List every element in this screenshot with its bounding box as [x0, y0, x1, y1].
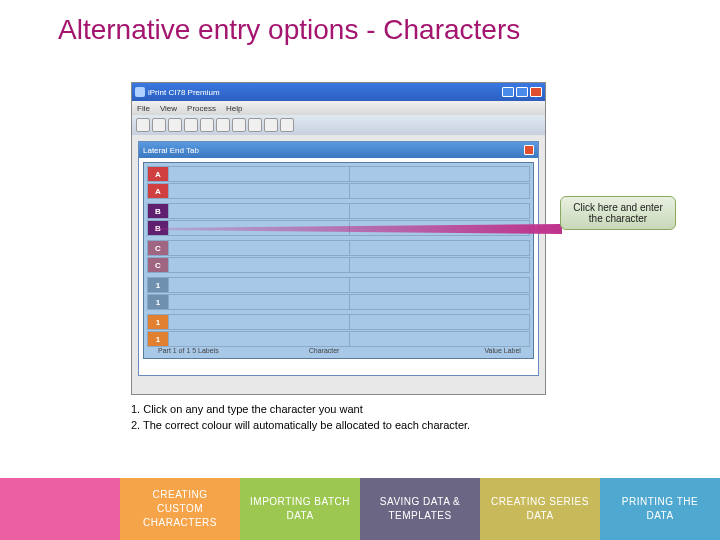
- value-cell[interactable]: [350, 315, 530, 329]
- footer-left: Part 1 of 1 5 Labels: [158, 347, 219, 354]
- character-cell[interactable]: [169, 204, 349, 218]
- instruction-item: 2. The correct colour will automatically…: [131, 418, 470, 434]
- toolbar-button[interactable]: [168, 118, 182, 132]
- callout-tooltip: Click here and enter the character: [560, 196, 676, 230]
- toolbar-button[interactable]: [184, 118, 198, 132]
- character-cell[interactable]: [169, 241, 349, 255]
- row-tab[interactable]: 1: [148, 278, 169, 292]
- footer-mid: Character: [309, 347, 340, 354]
- instruction-list: 1. Click on any and type the character y…: [131, 402, 470, 434]
- row-tab[interactable]: 1: [148, 315, 169, 329]
- table-row: 1 1: [147, 314, 530, 348]
- toolbar-button[interactable]: [152, 118, 166, 132]
- value-cell[interactable]: [350, 278, 530, 292]
- toolbar-button[interactable]: [232, 118, 246, 132]
- toolbar-button[interactable]: [200, 118, 214, 132]
- panel-close-icon[interactable]: [524, 145, 534, 155]
- window-titlebar: iPrint CI78 Premium: [132, 83, 545, 101]
- value-cell[interactable]: [350, 167, 530, 181]
- row-tab[interactable]: C: [148, 241, 169, 255]
- value-cell[interactable]: [350, 295, 530, 309]
- character-cell[interactable]: [169, 258, 349, 272]
- character-cell[interactable]: [169, 295, 349, 309]
- menu-view[interactable]: View: [160, 104, 177, 113]
- close-icon[interactable]: [530, 87, 542, 97]
- menu-help[interactable]: Help: [226, 104, 242, 113]
- nav-accent: [0, 478, 120, 540]
- character-cell[interactable]: [169, 315, 349, 329]
- instruction-item: 1. Click on any and type the character y…: [131, 402, 470, 418]
- window-title: iPrint CI78 Premium: [148, 88, 499, 97]
- character-cell[interactable]: [169, 167, 349, 181]
- toolbar-button[interactable]: [264, 118, 278, 132]
- menu-process[interactable]: Process: [187, 104, 216, 113]
- page-title: Alternative entry options - Characters: [0, 0, 720, 46]
- row-tab[interactable]: A: [148, 184, 169, 198]
- toolbar-button[interactable]: [216, 118, 230, 132]
- maximize-icon[interactable]: [516, 87, 528, 97]
- character-cell[interactable]: [169, 184, 349, 198]
- nav-creating-characters[interactable]: CREATING CUSTOM CHARACTERS: [120, 478, 240, 540]
- minimize-icon[interactable]: [502, 87, 514, 97]
- row-tab[interactable]: A: [148, 167, 169, 181]
- panel-title: Lateral End Tab: [143, 146, 199, 155]
- callout-pointer: [154, 224, 562, 234]
- toolbar-button[interactable]: [136, 118, 150, 132]
- toolbar: [132, 115, 545, 135]
- app-screenshot: iPrint CI78 Premium File View Process He…: [131, 82, 546, 395]
- nav-creating-series[interactable]: CREATING SERIES DATA: [480, 478, 600, 540]
- menu-bar: File View Process Help: [132, 101, 545, 115]
- table-row: C C: [147, 240, 530, 274]
- value-cell[interactable]: [350, 184, 530, 198]
- table-row: A A: [147, 166, 530, 200]
- character-cell[interactable]: [169, 278, 349, 292]
- value-cell[interactable]: [350, 258, 530, 272]
- nav-saving-data[interactable]: SAVING DATA & TEMPLATES: [360, 478, 480, 540]
- row-tab[interactable]: B: [148, 204, 169, 218]
- character-cell[interactable]: [169, 332, 349, 346]
- value-cell[interactable]: [350, 332, 530, 346]
- panel-footer: Part 1 of 1 5 Labels Character Value Lab…: [148, 345, 529, 356]
- row-tab[interactable]: 1: [148, 332, 169, 346]
- toolbar-button[interactable]: [280, 118, 294, 132]
- toolbar-button[interactable]: [248, 118, 262, 132]
- bottom-nav: CREATING CUSTOM CHARACTERS IMPORTING BAT…: [0, 478, 720, 540]
- table-row: 1 1: [147, 277, 530, 311]
- label-grid: A A B B C C 1 1 1 1 Part 1 of 1 5 Labels: [143, 162, 534, 359]
- content-panel: Lateral End Tab A A B B C C 1 1 1 1: [138, 141, 539, 376]
- value-cell[interactable]: [350, 204, 530, 218]
- value-cell[interactable]: [350, 241, 530, 255]
- row-tab[interactable]: C: [148, 258, 169, 272]
- row-tab[interactable]: 1: [148, 295, 169, 309]
- app-icon: [135, 87, 145, 97]
- nav-importing-batch[interactable]: IMPORTING BATCH DATA: [240, 478, 360, 540]
- pointer-arrow-icon: [154, 224, 562, 234]
- menu-file[interactable]: File: [137, 104, 150, 113]
- nav-printing[interactable]: PRINTING THE DATA: [600, 478, 720, 540]
- footer-right: Value Label: [484, 347, 520, 354]
- panel-titlebar: Lateral End Tab: [139, 142, 538, 158]
